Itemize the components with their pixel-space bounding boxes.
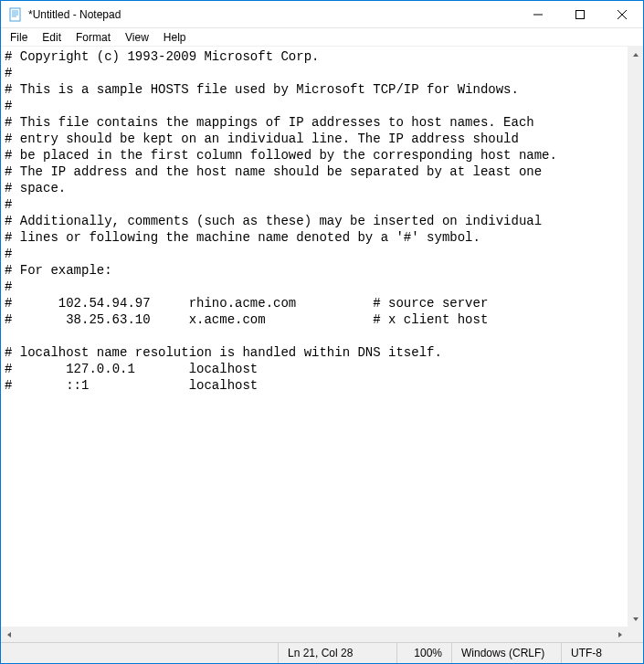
- scroll-track-vertical[interactable]: [628, 62, 643, 611]
- status-zoom: 100%: [396, 643, 451, 663]
- editor-area: # Copyright (c) 1993-2009 Microsoft Corp…: [1, 47, 643, 642]
- statusbar: Ln 21, Col 28 100% Windows (CRLF) UTF-8: [1, 642, 643, 663]
- notepad-icon: [8, 7, 23, 22]
- scroll-track-horizontal[interactable]: [16, 627, 612, 642]
- svg-marker-11: [7, 632, 11, 638]
- vertical-scrollbar[interactable]: [628, 47, 643, 627]
- scroll-left-icon[interactable]: [1, 627, 16, 642]
- scroll-down-icon[interactable]: [628, 611, 643, 627]
- status-position: Ln 21, Col 28: [278, 643, 396, 663]
- titlebar: *Untitled - Notepad: [1, 1, 643, 28]
- text-editor[interactable]: # Copyright (c) 1993-2009 Microsoft Corp…: [1, 47, 643, 642]
- maximize-button[interactable]: [559, 1, 601, 27]
- menubar: File Edit Format View Help: [1, 28, 643, 47]
- menu-format[interactable]: Format: [69, 29, 118, 46]
- close-button[interactable]: [601, 1, 643, 27]
- status-line-ending: Windows (CRLF): [451, 643, 561, 663]
- scroll-corner: [628, 627, 643, 642]
- menu-view[interactable]: View: [118, 29, 156, 46]
- status-encoding: UTF-8: [561, 643, 643, 663]
- menu-file[interactable]: File: [3, 29, 35, 46]
- svg-marker-9: [633, 53, 639, 57]
- svg-marker-10: [633, 617, 639, 621]
- window-controls: [517, 1, 643, 27]
- window-title: *Untitled - Notepad: [28, 8, 517, 21]
- menu-edit[interactable]: Edit: [35, 29, 69, 46]
- scroll-up-icon[interactable]: [628, 47, 643, 62]
- svg-rect-6: [576, 10, 585, 18]
- minimize-button[interactable]: [517, 1, 559, 27]
- menu-help[interactable]: Help: [156, 29, 194, 46]
- scroll-right-icon[interactable]: [612, 627, 628, 642]
- svg-marker-12: [618, 632, 622, 638]
- horizontal-scrollbar[interactable]: [1, 627, 628, 642]
